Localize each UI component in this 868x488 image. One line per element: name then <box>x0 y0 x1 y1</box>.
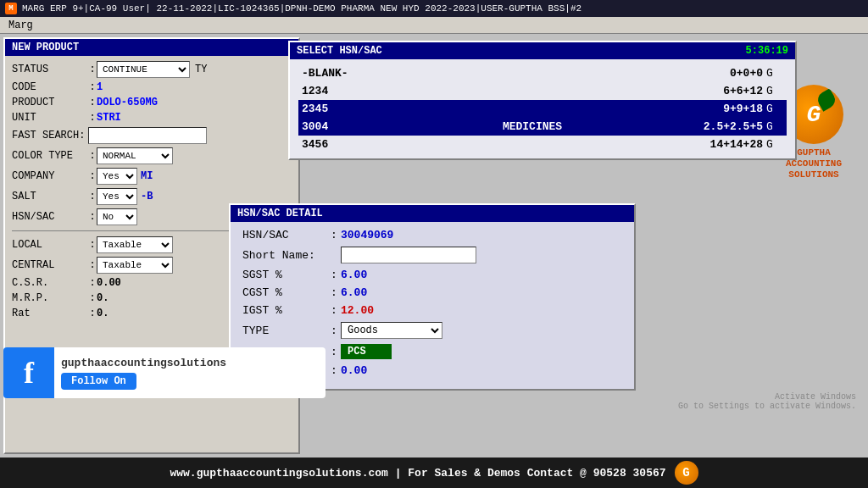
hsn-gst-1: G <box>766 85 783 97</box>
colortype-label: COLOR TYPE <box>12 150 88 162</box>
list-item[interactable]: 3456 14+14+28 G <box>298 136 787 153</box>
salt-value2: -B <box>141 191 153 202</box>
hsn-value: 30049069 <box>341 229 622 241</box>
igst-label: IGST % <box>242 304 327 317</box>
igst-value: 12.00 <box>341 304 622 317</box>
activate-windows-notice: Activate Windows Go to Settings to activ… <box>678 392 856 411</box>
menu-marg[interactable]: Marg <box>3 19 38 31</box>
company-label: COMPANY <box>12 170 88 182</box>
type-row: TYPE : Goods Services <box>242 322 622 339</box>
local-select[interactable]: Taxable <box>97 236 173 253</box>
sgst-row: SGST % : 6.00 <box>242 269 622 281</box>
local-label: LOCAL <box>12 239 88 251</box>
hsn-code-0: -BLANK- <box>302 67 403 80</box>
type-label: TYPE <box>242 324 327 337</box>
fb-username: gupthaaccountingsolutions <box>61 357 319 369</box>
title-bar: M MARG ERP 9+|CA-99 User| 22-11-2022|LIC… <box>0 0 868 17</box>
hsn-select-titlebar: SELECT HSN/SAC 5:36:19 <box>290 42 795 59</box>
product-value: DOLO-650MG <box>97 97 292 108</box>
salt-row: SALT : Yes -B <box>12 188 292 205</box>
fastsearch-label: FAST SEARCH: <box>12 130 88 141</box>
app-icon: M <box>5 3 17 14</box>
hsn-select-dialog: SELECT HSN/SAC 5:36:19 -BLANK- 0+0+0 G 1… <box>288 41 797 160</box>
code-label: CODE <box>12 81 88 93</box>
follow-on-button[interactable]: Follow On <box>61 373 136 390</box>
hsn-code-1: 1234 <box>302 85 403 97</box>
hsn-gst-2: G <box>766 103 783 115</box>
hsn-code-4: 3456 <box>302 138 403 151</box>
hsnsac-select[interactable]: No <box>97 208 137 225</box>
cgst-row: CGST % : 6.00 <box>242 286 622 299</box>
code-row: CODE : 1 <box>12 81 292 93</box>
facebook-icon: f <box>3 347 54 398</box>
bottom-bar-text: www.gupthaaccountingsolutions.com | For … <box>170 467 665 480</box>
hsn-rate-2: 9+9+18 <box>661 103 763 115</box>
hsn-rate-1: 6+6+12 <box>661 85 763 97</box>
shortname-row: Short Name: <box>242 247 622 263</box>
code-value: 1 <box>97 81 292 93</box>
hsn-gst-0: G <box>766 67 783 80</box>
hsn-rate-0: 0+0+0 <box>661 67 763 80</box>
mrp-label: M.R.P. <box>12 292 88 304</box>
list-item[interactable]: 2345 9+9+18 G <box>298 100 787 118</box>
shortname-label: Short Name: <box>242 249 327 262</box>
hsnsac-label: HSN/SAC <box>12 211 88 223</box>
hsn-gst-3: G <box>766 120 783 133</box>
uqc-value[interactable]: PCS <box>341 344 392 359</box>
hsn-gst-4: G <box>766 138 783 151</box>
cess-value: 0.00 <box>341 364 622 377</box>
list-item[interactable]: 1234 6+6+12 G <box>298 82 787 100</box>
central-select[interactable]: Taxable <box>97 257 173 274</box>
hsn-code-2: 2345 <box>302 103 403 115</box>
hsn-rate-4: 14+14+28 <box>661 138 763 151</box>
hsn-code-3: 3004 <box>302 120 403 133</box>
main-area: NEW PRODUCT STATUS : CONTINUE TY CODE : … <box>0 34 868 458</box>
fb-content: gupthaaccountingsolutions Follow On <box>54 353 326 393</box>
cgst-label: CGST % <box>242 286 327 299</box>
fb-f-letter: f <box>24 355 34 391</box>
list-item[interactable]: 3004 MEDICINES 2.5+2.5+5 G <box>298 118 787 136</box>
salt-select[interactable]: Yes <box>97 188 137 205</box>
company-select[interactable]: Yes <box>97 168 137 185</box>
unit-row: UNIT : STRI <box>12 112 292 124</box>
sgst-value: 6.00 <box>341 269 622 281</box>
fastsearch-row: FAST SEARCH: <box>12 127 292 144</box>
product-row: PRODUCT : DOLO-650MG <box>12 97 292 108</box>
status-row: STATUS : CONTINUE TY <box>12 61 292 78</box>
hsn-detail-title: HSN/SAC DETAIL <box>231 205 634 222</box>
unit-label: UNIT <box>12 112 88 124</box>
product-label: PRODUCT <box>12 97 88 108</box>
hsn-select-title: SELECT HSN/SAC <box>297 45 382 57</box>
hsn-name-3: MEDICINES <box>403 120 661 133</box>
logo-g-letter: G <box>807 102 821 128</box>
panel-title: NEW PRODUCT <box>5 39 298 56</box>
status-label: STATUS <box>12 64 88 75</box>
hsn-value-row: HSN/SAC : 30049069 <box>242 229 622 241</box>
igst-row: IGST % : 12.00 <box>242 304 622 317</box>
csr-label: C.S.R. <box>12 277 88 289</box>
salt-label: SALT <box>12 191 88 202</box>
hsn-list: -BLANK- 0+0+0 G 1234 6+6+12 G 2345 9+9+1… <box>290 59 795 158</box>
status-select[interactable]: CONTINUE <box>97 61 190 78</box>
fb-promo-banner: f gupthaaccountingsolutions Follow On <box>3 347 326 398</box>
fastsearch-input[interactable] <box>88 127 207 144</box>
colortype-row: COLOR TYPE : NORMAL <box>12 147 292 164</box>
colortype-select[interactable]: NORMAL <box>97 147 173 164</box>
type-select[interactable]: Goods Services <box>341 322 442 339</box>
bottom-bar-logo: G <box>675 461 698 485</box>
rate-label: Rat <box>12 308 88 319</box>
central-label: CENTRAL <box>12 259 88 271</box>
bottom-bar: www.gupthaaccountingsolutions.com | For … <box>0 458 868 488</box>
sgst-label: SGST % <box>242 269 327 281</box>
hsn-label: HSN/SAC <box>242 229 327 241</box>
company-value2: MI <box>141 170 153 182</box>
title-text: MARG ERP 9+|CA-99 User| 22-11-2022|LIC-1… <box>22 3 581 14</box>
company-row: COMPANY : Yes MI <box>12 168 292 185</box>
type-label: TY <box>195 64 207 75</box>
menu-bar: Marg <box>0 17 868 34</box>
hsn-rate-3: 2.5+2.5+5 <box>661 120 763 133</box>
unit-value: STRI <box>97 112 292 124</box>
time-display: 5:36:19 <box>746 45 788 57</box>
shortname-input[interactable] <box>341 247 476 263</box>
list-item[interactable]: -BLANK- 0+0+0 G <box>298 64 787 82</box>
